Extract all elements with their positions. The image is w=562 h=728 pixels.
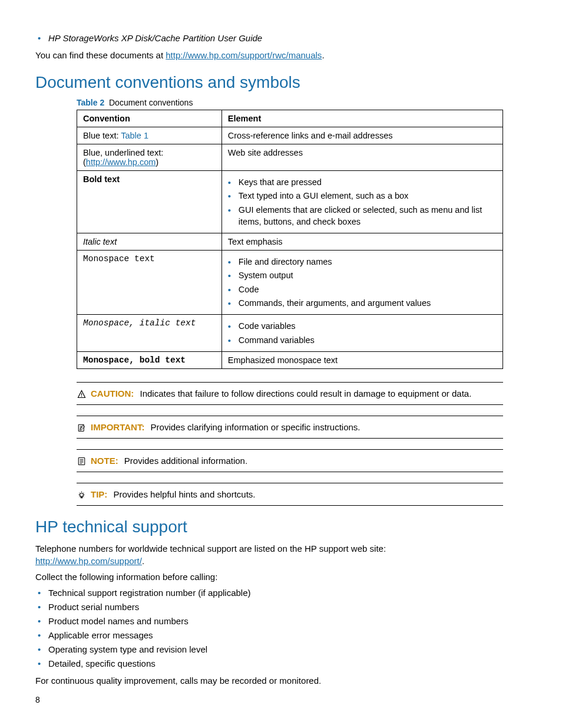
manuals-link[interactable]: http://www.hp.com/support/rwc/manuals	[166, 50, 322, 60]
element-cell: Keys that are pressed Text typed into a …	[222, 171, 503, 233]
list-item: Product serial numbers	[35, 601, 503, 613]
page-number: 8	[35, 695, 40, 704]
page-content: HP StorageWorks XP Disk/Cache Partition …	[0, 0, 562, 728]
note-icon	[77, 457, 86, 466]
collect-list: Technical support registration number (i…	[35, 587, 503, 670]
table-row: Blue text: Table 1 Cross-reference links…	[77, 127, 503, 144]
important-label: IMPORTANT:	[91, 422, 144, 432]
bold-text: Bold text	[83, 174, 120, 184]
table-row: Monospace, bold text Emphasized monospac…	[77, 351, 503, 368]
tip-icon	[77, 490, 86, 499]
convention-cell: Blue text: Table 1	[77, 127, 222, 144]
svg-rect-4	[78, 457, 85, 465]
list-item: Operating system type and revision level	[35, 643, 503, 655]
mono-italic: Monospace, italic text	[83, 318, 196, 328]
col-element: Element	[222, 110, 503, 127]
tip-text: Provides helpful hints and shortcuts.	[114, 489, 256, 499]
svg-point-2	[81, 396, 82, 397]
col-convention: Convention	[77, 110, 222, 127]
convention-cell: Bold text	[77, 171, 222, 233]
caution-icon	[77, 390, 86, 398]
list-item: Keys that are pressed	[228, 176, 497, 188]
table-row: Italic text Text emphasis	[77, 233, 503, 251]
table-row: Bold text Keys that are pressed Text typ…	[77, 171, 503, 233]
list-item: Commands, their arguments, and argument …	[228, 297, 497, 309]
table-title: Document conventions	[109, 98, 193, 107]
text: .	[142, 556, 144, 566]
admonition-tip: TIP: Provides helpful hints and shortcut…	[77, 483, 503, 506]
element-list: File and directory names System output C…	[228, 256, 497, 309]
caution-text: Indicates that failure to follow directi…	[140, 388, 472, 398]
list-item: Code	[228, 284, 497, 295]
admon-body: IMPORTANT: Provides clarifying informati…	[91, 422, 361, 432]
conventions-table: Convention Element Blue text: Table 1 Cr…	[77, 110, 503, 369]
table-row: Monospace text File and directory names …	[77, 251, 503, 315]
text: Telephone numbers for worldwide technica…	[35, 543, 386, 554]
table-caption: Table 2 Document conventions	[77, 98, 503, 107]
note-label: NOTE:	[91, 456, 118, 466]
list-item: Text typed into a GUI element, such as a…	[228, 190, 497, 202]
admonition-important: IMPORTANT: Provides clarifying informati…	[77, 416, 503, 439]
list-item: System output	[228, 269, 497, 281]
element-cell: Text emphasis	[222, 233, 503, 251]
admonition-caution: CAUTION: Indicates that failure to follo…	[77, 382, 503, 405]
list-item: Detailed, specific questions	[35, 657, 503, 670]
admon-body: TIP: Provides helpful hints and shortcut…	[91, 489, 255, 499]
list-item: Technical support registration number (i…	[35, 587, 503, 599]
recorded-note: For continuous quality improvement, call…	[35, 674, 503, 687]
element-list: Keys that are pressed Text typed into a …	[228, 176, 497, 228]
element-cell: File and directory names System output C…	[222, 251, 503, 315]
element-cell: Code variables Command variables	[222, 315, 503, 352]
admonition-note: NOTE: Provides additional information.	[77, 449, 503, 472]
convention-cell: Monospace, italic text	[77, 315, 222, 352]
convention-cell: Monospace text	[77, 251, 222, 315]
find-docs-para: You can find these documents at http://w…	[35, 49, 503, 61]
table-header-row: Convention Element	[77, 110, 503, 127]
text: .	[322, 50, 324, 60]
list-item: Product model names and numbers	[35, 615, 503, 627]
svg-point-5	[80, 493, 83, 496]
collect-intro: Collect the following information before…	[35, 571, 503, 583]
admonitions: CAUTION: Indicates that failure to follo…	[77, 382, 503, 506]
element-cell: Web site addresses	[222, 144, 503, 171]
element-list: Code variables Command variables	[228, 320, 497, 346]
text: Blue text:	[83, 131, 121, 140]
related-docs-list: HP StorageWorks XP Disk/Cache Partition …	[35, 32, 503, 44]
important-text: Provides clarifying information or speci…	[151, 422, 361, 432]
list-item: GUI elements that are clicked or selecte…	[228, 204, 497, 228]
convention-cell: Italic text	[77, 233, 222, 251]
note-text: Provides additional information.	[124, 456, 247, 466]
convention-cell: Blue, underlined text: (http://www.hp.co…	[77, 144, 222, 171]
list-item: HP StorageWorks XP Disk/Cache Partition …	[35, 32, 503, 44]
important-icon	[77, 423, 86, 432]
list-item: Code variables	[228, 320, 497, 332]
list-item: Applicable error messages	[35, 629, 503, 641]
text: You can find these documents at	[35, 50, 166, 60]
convention-cell: Monospace, bold text	[77, 351, 222, 368]
doc-title: HP StorageWorks XP Disk/Cache Partition …	[48, 33, 262, 43]
admon-body: CAUTION: Indicates that failure to follo…	[91, 388, 471, 398]
admon-body: NOTE: Provides additional information.	[91, 456, 247, 466]
heading-conventions: Document conventions and symbols	[35, 73, 503, 92]
table-row: Blue, underlined text: (http://www.hp.co…	[77, 144, 503, 171]
element-cell: Cross-reference links and e-mail address…	[222, 127, 503, 144]
italic-text: Italic text	[83, 237, 117, 246]
table-row: Monospace, italic text Code variables Co…	[77, 315, 503, 352]
table1-link[interactable]: Table 1	[121, 131, 148, 140]
element-cell: Emphasized monospace text	[222, 351, 503, 368]
list-item: File and directory names	[228, 256, 497, 268]
tip-label: TIP:	[91, 489, 107, 499]
mono-bold: Monospace, bold text	[83, 355, 186, 365]
text: )	[156, 157, 158, 167]
table-label: Table 2	[77, 98, 104, 107]
hp-site-link[interactable]: http://www.hp.com	[86, 157, 156, 167]
support-intro: Telephone numbers for worldwide technica…	[35, 542, 503, 567]
support-link[interactable]: http://www.hp.com/support/	[35, 556, 142, 566]
caution-label: CAUTION:	[91, 388, 134, 398]
heading-support: HP technical support	[35, 518, 503, 536]
list-item: Command variables	[228, 334, 497, 346]
